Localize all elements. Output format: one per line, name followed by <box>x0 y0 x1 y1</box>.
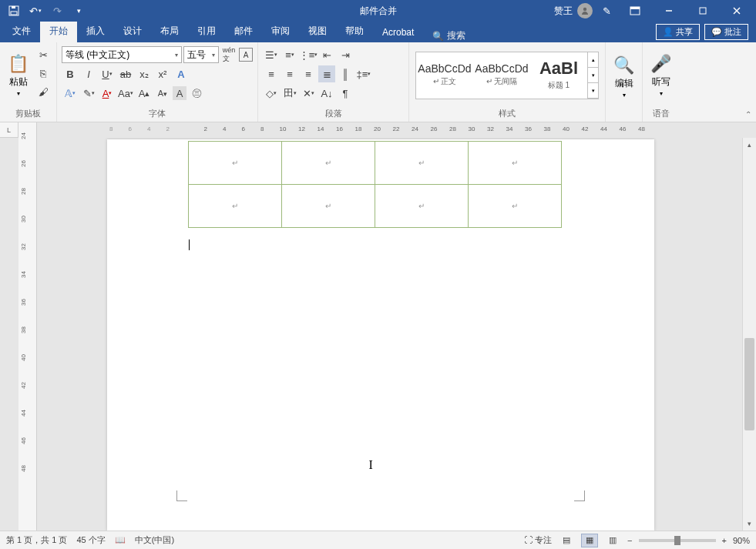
maximize-button[interactable] <box>688 0 717 22</box>
align-right-button[interactable]: ≡ <box>300 65 317 82</box>
style-heading1[interactable]: AaBl标题 1 <box>531 53 586 96</box>
document-area[interactable]: ↵↵↵↵ ↵↵↵↵ I <box>18 138 742 531</box>
style-normal[interactable]: AaBbCcDd↵ 正文 <box>417 53 472 96</box>
redo-button[interactable]: ↷ <box>48 2 66 20</box>
font-name-combo[interactable]: 等线 (中文正文)▾ <box>62 46 182 63</box>
collapse-ribbon-button[interactable]: ⌃ <box>745 110 751 119</box>
enclose-char-button[interactable]: ㊂ <box>188 85 205 102</box>
char-case-button[interactable]: Aa▾ <box>117 85 134 102</box>
indent-inc-button[interactable]: ⇥ <box>337 46 354 63</box>
pen-icon[interactable]: ✎ <box>597 2 616 20</box>
highlight-button[interactable]: ✎▾ <box>80 85 97 102</box>
comments-button[interactable]: 💬 批注 <box>704 24 748 40</box>
svg-rect-7 <box>700 8 706 14</box>
paste-button[interactable]: 📋 粘贴 ▾ <box>3 45 33 106</box>
tab-home[interactable]: 开始 <box>40 21 77 42</box>
page-status[interactable]: 第 1 页，共 1 页 <box>6 534 67 546</box>
borders-button[interactable]: 田▾ <box>281 85 298 102</box>
tab-selector[interactable]: L <box>0 122 18 138</box>
zoom-in-button[interactable]: + <box>722 536 727 545</box>
spell-check-icon[interactable]: 📖 <box>115 535 126 545</box>
zoom-level[interactable]: 90% <box>733 536 750 545</box>
phonetic-button[interactable]: wén文 <box>220 46 237 63</box>
gallery-scroll[interactable]: ▴▾▾ <box>587 52 598 99</box>
cut-button[interactable]: ✂ <box>35 46 52 63</box>
indent-dec-button[interactable]: ⇤ <box>318 46 335 63</box>
tab-layout[interactable]: 布局 <box>151 21 188 42</box>
copy-button[interactable]: ⎘ <box>35 65 52 82</box>
align-center-button[interactable]: ≡ <box>281 65 298 82</box>
tab-mailings[interactable]: 邮件 <box>225 21 262 42</box>
group-font: 等线 (中文正文)▾ 五号▾ wén文 A B I U▾ ab x₂ x² A … <box>57 42 258 122</box>
table-row[interactable]: ↵↵↵↵ <box>188 142 561 185</box>
close-button[interactable] <box>722 0 751 22</box>
document-title: 邮件合并 <box>360 5 397 18</box>
page-margin-mark <box>574 490 585 501</box>
line-spacing-button[interactable]: ‡≡▾ <box>355 65 372 82</box>
styles-gallery[interactable]: AaBbCcDd↵ 正文 AaBbCcDd↵ 无间隔 AaBl标题 1 ▴▾▾ <box>415 52 599 99</box>
bold-button[interactable]: B <box>62 65 79 82</box>
superscript-button[interactable]: x² <box>154 65 171 82</box>
style-nospace[interactable]: AaBbCcDd↵ 无间隔 <box>474 53 529 96</box>
underline-button[interactable]: U▾ <box>99 65 116 82</box>
scroll-thumb[interactable] <box>744 338 754 430</box>
tab-references[interactable]: 引用 <box>188 21 225 42</box>
align-left-button[interactable]: ≡ <box>263 65 280 82</box>
print-layout-button[interactable]: ▦ <box>581 534 598 547</box>
ribbon-options-button[interactable] <box>620 0 650 22</box>
search-box[interactable]: 🔍 搜索 <box>432 29 465 42</box>
tab-insert[interactable]: 插入 <box>77 21 114 42</box>
zoom-out-button[interactable]: − <box>627 536 632 545</box>
asian-layout-button[interactable]: ✕▾ <box>300 85 317 102</box>
tab-review[interactable]: 审阅 <box>262 21 299 42</box>
tab-design[interactable]: 设计 <box>114 21 151 42</box>
align-justify-button[interactable]: ≣ <box>318 65 335 82</box>
editing-button[interactable]: 🔍编辑▾ <box>609 45 639 109</box>
char-shading-button[interactable]: A <box>173 86 186 100</box>
language-status[interactable]: 中文(中国) <box>135 534 174 546</box>
svg-rect-1 <box>11 12 17 15</box>
web-layout-button[interactable]: ▥ <box>604 534 621 547</box>
focus-mode[interactable]: ⛶ 专注 <box>524 534 552 546</box>
numbering-button[interactable]: ≡▾ <box>281 46 298 63</box>
tab-acrobat[interactable]: Acrobat <box>373 23 423 42</box>
strike-button[interactable]: ab <box>117 65 134 82</box>
font-color-button[interactable]: A▾ <box>99 85 116 102</box>
qat-customize-button[interactable]: ▾ <box>69 2 88 20</box>
italic-button[interactable]: I <box>80 65 97 82</box>
word-count[interactable]: 45 个字 <box>76 534 105 546</box>
text-cursor <box>189 239 190 250</box>
char-border-button[interactable]: A <box>239 48 253 62</box>
minimize-button[interactable] <box>654 0 684 22</box>
undo-button[interactable]: ↶▾ <box>26 2 45 20</box>
table-row[interactable]: ↵↵↵↵ <box>188 185 561 228</box>
svg-point-3 <box>583 8 586 11</box>
svg-rect-2 <box>12 6 15 8</box>
font-size-combo[interactable]: 五号▾ <box>183 46 219 63</box>
read-mode-button[interactable]: ▤ <box>558 534 575 547</box>
save-button[interactable] <box>5 2 23 20</box>
shrink-font-button[interactable]: A▾ <box>154 85 171 102</box>
share-button[interactable]: 👤 共享 <box>656 24 700 40</box>
font-outline-button[interactable]: 𝔸▾ <box>62 85 79 102</box>
word-table[interactable]: ↵↵↵↵ ↵↵↵↵ <box>188 141 562 228</box>
page[interactable]: ↵↵↵↵ ↵↵↵↵ I <box>107 139 654 531</box>
user-name: 赞王 <box>554 5 573 18</box>
zoom-slider[interactable] <box>639 539 716 542</box>
bullets-button[interactable]: ☰▾ <box>263 46 280 63</box>
sort-button[interactable]: A↓ <box>318 85 335 102</box>
tab-file[interactable]: 文件 <box>3 21 40 42</box>
show-marks-button[interactable]: ¶ <box>337 85 354 102</box>
subscript-button[interactable]: x₂ <box>136 65 153 82</box>
tab-help[interactable]: 帮助 <box>336 21 373 42</box>
tab-view[interactable]: 视图 <box>299 21 336 42</box>
user-avatar[interactable] <box>577 3 593 18</box>
vertical-scrollbar[interactable]: ▴ ▾ <box>742 138 756 531</box>
multilevel-button[interactable]: ⋮≡▾ <box>300 46 317 63</box>
grow-font-button[interactable]: A▴ <box>136 85 153 102</box>
shading-button[interactable]: ◇▾ <box>263 85 280 102</box>
distribute-button[interactable]: ║ <box>337 65 354 82</box>
text-effects-button[interactable]: A <box>173 65 190 82</box>
dictate-button[interactable]: 🎤听写▾ <box>646 45 676 106</box>
format-painter-button[interactable]: 🖌 <box>35 83 52 100</box>
